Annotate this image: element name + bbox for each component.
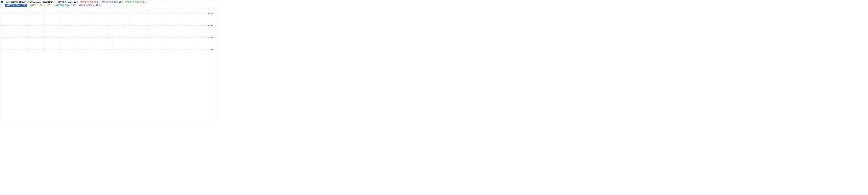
svg-text:8,255: 8,255 <box>208 36 213 39</box>
svg-text:8,205: 8,205 <box>208 48 213 51</box>
indicator-label: 移動平均( Close, 25 ) <box>102 0 122 3</box>
indicator-label: 移動平均( Close, 75 ) <box>5 4 27 7</box>
chart-panel-1: 日経225mini 11/12( 5分) 2011/11/21 - 2011/1… <box>0 0 217 121</box>
indicator-label: 移動平均( Close, 200 ) <box>55 4 76 7</box>
indicator-label: 移動平均( Close, 20 ) <box>79 4 100 7</box>
chart-panels-container: 日経225mini 11/12( 5分) 2011/11/21 - 2011/1… <box>0 0 868 121</box>
panel-header: 日経225mini 11/12( 5分) 2011/11/21 - 2011/1… <box>0 0 217 7</box>
price-chart[interactable]: 8,3558,3058,2558,205 <box>0 7 217 53</box>
svg-text:8,305: 8,305 <box>208 25 213 27</box>
indicator-label: 移動平均( Close, 5 ) <box>80 0 99 3</box>
window-icon[interactable] <box>1 1 3 3</box>
panel-title: 日経225mini 11/12( 5分) 2011/11/21 - 2011/1… <box>6 0 53 3</box>
indicator-label: 移動平均( Close, 150 ) <box>30 4 51 7</box>
indicator-label: 移動平均( Close, 40 ) <box>125 0 146 3</box>
svg-text:8,355: 8,355 <box>208 12 213 15</box>
indicator-label: 一目均衡表( 9, 26, 52 ) <box>56 0 78 3</box>
